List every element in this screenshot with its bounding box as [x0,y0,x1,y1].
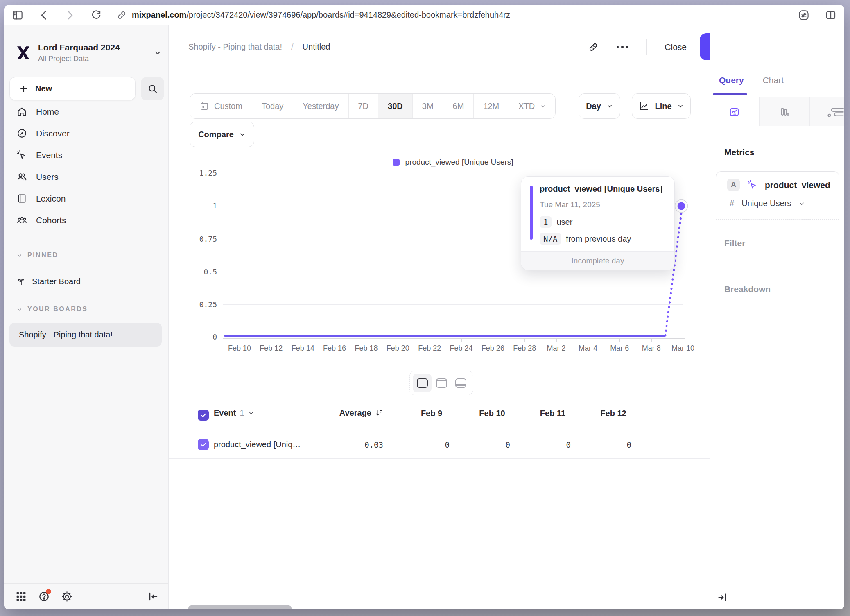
x-axis-tick [588,338,588,342]
range-3m[interactable]: 3M [412,94,443,118]
metrics-section-header: Metrics [724,147,755,157]
row-event-name[interactable]: product_viewed [Uniq… [214,440,301,449]
x-axis-baseline [223,338,685,339]
event-header-label: Event [214,408,236,418]
sidebar-item-lexicon[interactable]: Lexicon [4,188,168,209]
browser-customize-icon[interactable] [798,9,810,21]
chevron-down-icon [16,252,23,258]
search-button[interactable] [141,77,164,100]
metric-aggregation[interactable]: # Unique Users [730,199,805,208]
more-icon[interactable] [617,46,628,48]
compare-label: Compare [198,130,234,139]
mixpanel-logo-icon [15,44,32,62]
active-tab-underline [713,93,747,95]
table-row-border [169,458,710,459]
series-line [224,335,665,337]
collapse-panel-icon[interactable] [717,592,728,603]
sidebar-item-events[interactable]: Events [4,144,168,166]
column-header-feb11[interactable]: Feb 11 [522,409,583,418]
gridline [223,173,683,173]
sidebar-item-active-board[interactable]: Shopify - Piping that data! [9,323,162,346]
row-value-feb11: 0 [522,440,571,449]
layout-split-button[interactable] [413,374,432,392]
y-axis-tick-label: 1.25 [169,169,217,177]
compare-dropdown[interactable]: Compare [190,122,254,147]
range-xtd[interactable]: XTD [509,94,555,118]
plus-icon [19,84,29,94]
x-axis-tick [240,338,240,342]
sort-icon [375,409,383,417]
breadcrumb-page[interactable]: Untitled [303,42,330,52]
layout-chart-only-button[interactable] [432,374,451,392]
sidebar-item-cohorts[interactable]: Cohorts [4,209,168,231]
split-view-icon[interactable] [825,9,837,21]
new-button[interactable]: New [9,77,136,100]
layout-toggle-group [409,371,473,395]
check-icon [200,442,207,448]
chart-legend[interactable]: product_viewed [Unique Users] [223,158,683,167]
reload-icon[interactable] [90,9,102,21]
granularity-dropdown[interactable]: Day [579,93,620,119]
range-label: 3M [422,102,434,111]
breadcrumb-board[interactable]: Shopify - Piping that data! [188,42,282,52]
horizontal-scrollbar[interactable] [188,605,292,609]
filter-section-header[interactable]: Filter [724,238,745,248]
range-7d[interactable]: 7D [348,94,378,118]
breakdown-section-header[interactable]: Breakdown [724,284,771,294]
collapse-sidebar-icon[interactable] [147,591,159,602]
back-icon[interactable] [38,9,50,21]
sidebar-item-users[interactable]: Users [4,166,168,188]
event-column-header[interactable]: Event 1 [214,408,254,418]
layout-table-only-button[interactable] [451,374,470,392]
save-button-edge[interactable] [700,33,710,60]
average-column-header[interactable]: Average [292,408,383,418]
range-30d-selected[interactable]: 30D [378,94,412,118]
x-axis-tick [398,338,398,342]
query-panel: Query Chart Metrics A [710,25,844,609]
data-point[interactable] [678,202,685,210]
sidebar-item-discover[interactable]: Discover [4,122,168,144]
chevron-down-icon [248,410,254,416]
help-button[interactable] [38,591,50,602]
copy-link-icon[interactable] [588,42,599,52]
browser-sidebar-toggle-icon[interactable] [11,9,24,21]
tooltip-footer: Incomplete day [521,251,674,270]
project-switcher[interactable]: Lord Farquaad 2024 All Project Data [15,43,162,63]
sidebar-item-label: Events [36,150,62,160]
layout-table-only-icon [455,378,466,388]
range-6m[interactable]: 6M [443,94,474,118]
column-header-feb12[interactable]: Feb 12 [583,409,644,418]
calendar-icon [199,101,209,111]
settings-button[interactable] [61,591,73,602]
your-boards-section-header[interactable]: YOUR BOARDS [4,306,88,313]
chart-type-dropdown[interactable]: Line [632,93,691,119]
x-axis-tick [430,338,430,342]
close-button[interactable]: Close [665,42,687,52]
flows-tab[interactable] [810,97,844,126]
column-header-feb10[interactable]: Feb 10 [462,409,522,418]
pinned-section-header[interactable]: PINNED [4,251,58,259]
column-header-feb9[interactable]: Feb 9 [401,409,462,418]
insights-tab-active[interactable] [710,97,760,126]
apps-grid-button[interactable] [15,591,27,602]
tab-chart[interactable]: Chart [763,75,784,85]
funnels-tab[interactable] [760,97,810,126]
sidebar-item-starter-board[interactable]: Starter Board [4,271,168,292]
chevron-down-icon [540,103,546,109]
select-all-checkbox[interactable] [198,410,209,421]
range-12m[interactable]: 12M [473,94,509,118]
row-average-value: 0.03 [292,440,383,449]
browser-toolbar: mixpanel.com/project/3472420/view/397469… [4,5,844,25]
home-icon [16,106,27,117]
range-yesterday[interactable]: Yesterday [293,94,348,118]
sidebar-item-label: Home [36,107,59,117]
chevron-down-icon [798,200,805,207]
table-header-border [169,429,710,429]
url-bar[interactable]: mixpanel.com/project/3472420/view/397469… [132,10,510,20]
row-checkbox[interactable] [198,439,209,450]
tab-query[interactable]: Query [719,75,744,85]
range-custom[interactable]: Custom [190,94,252,118]
sidebar-item-home[interactable]: Home [4,101,168,122]
range-today[interactable]: Today [252,94,293,118]
metric-card[interactable]: A product_viewed # Unique Users [716,171,839,220]
